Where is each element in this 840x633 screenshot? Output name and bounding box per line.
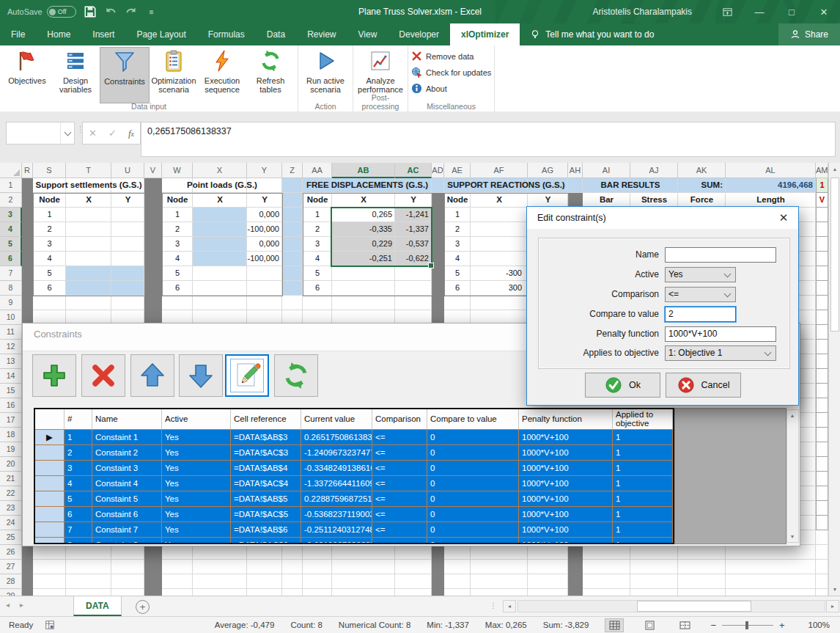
cell-W28[interactable] (162, 574, 193, 589)
cell-AB3[interactable] (332, 208, 395, 222)
maximize-button[interactable]: □ (775, 0, 808, 23)
cell-AL2[interactable] (726, 193, 816, 208)
add-sheet-icon[interactable]: + (136, 600, 150, 614)
cell-AA1[interactable] (303, 178, 332, 193)
optimization-scenaria-button[interactable]: Optimization scenaria (150, 47, 198, 102)
scroll-up-icon[interactable]: ▲ (786, 409, 798, 422)
constraints-column-header[interactable]: Compare to value (427, 409, 519, 430)
ok-button[interactable]: Ok (585, 373, 660, 398)
cell-AH1[interactable] (568, 178, 583, 193)
cell-Z26[interactable] (282, 545, 303, 560)
customize-qat-icon[interactable]: ≡ (145, 5, 158, 18)
table-row[interactable]: 2Constaint 2Yes=DATA!$AC$3-1.24096732374… (35, 445, 673, 461)
cell-Z8[interactable] (282, 281, 303, 296)
column-header-AI[interactable]: AI (583, 163, 630, 178)
cell-W3[interactable] (162, 208, 193, 222)
cell-T26[interactable] (66, 545, 111, 560)
cell-AF7[interactable] (471, 266, 528, 281)
cell-R3[interactable] (22, 208, 33, 222)
cell-AF26[interactable] (471, 545, 528, 560)
cell-AF4[interactable] (471, 222, 528, 237)
cell-Z1[interactable] (282, 178, 303, 193)
cell-V27[interactable] (144, 560, 162, 574)
name-box[interactable] (6, 122, 75, 144)
cell-V7[interactable] (144, 266, 162, 281)
cell-AM23[interactable] (816, 501, 828, 516)
zoom-slider[interactable] (722, 625, 773, 626)
cell-AL28[interactable] (726, 574, 816, 589)
cell-Y3[interactable] (247, 208, 282, 222)
cell-AM24[interactable] (816, 516, 828, 530)
horizontal-scroll-thumb[interactable] (637, 601, 751, 612)
column-header-AB[interactable]: AB (332, 163, 395, 178)
cell-AM10[interactable] (816, 310, 828, 325)
row-selector[interactable] (35, 476, 65, 491)
tab-file[interactable]: File (0, 23, 36, 45)
cell-T4[interactable] (66, 222, 111, 237)
cell-V4[interactable] (144, 222, 162, 237)
cell-AF28[interactable] (471, 574, 528, 589)
cell-AA7[interactable] (303, 266, 332, 281)
cell-Y1[interactable] (247, 178, 282, 193)
cell-AM8[interactable] (816, 281, 828, 296)
active-dropdown[interactable]: Yes (665, 267, 736, 282)
cell-U7[interactable] (111, 266, 144, 281)
cell-AA9[interactable] (303, 296, 332, 310)
edit-constraint-button[interactable] (225, 354, 269, 397)
row-header-27[interactable]: 27 (0, 560, 22, 574)
row-header-1[interactable]: 1 (0, 178, 22, 193)
cell-T5[interactable] (66, 237, 111, 252)
name-box-dropdown-icon[interactable] (60, 122, 74, 144)
cell-AC1[interactable] (395, 178, 432, 193)
tell-me-box[interactable]: Tell me what you want to do (520, 23, 664, 45)
sheet-tab-data[interactable]: DATA (73, 596, 122, 616)
cell-V5[interactable] (144, 237, 162, 252)
cell-AD3[interactable] (432, 208, 444, 222)
row-header-26[interactable]: 26 (0, 545, 22, 560)
cell-AJ28[interactable] (630, 574, 678, 589)
vertical-scrollbar[interactable]: ▲ ▼ (828, 163, 840, 596)
cell-S9[interactable] (33, 296, 66, 310)
cell-V8[interactable] (144, 281, 162, 296)
cell-AC8[interactable] (395, 281, 432, 296)
cell-X4[interactable] (193, 222, 247, 237)
cell-Y8[interactable] (247, 281, 282, 296)
cell-AK28[interactable] (678, 574, 726, 589)
autosave-toggle[interactable]: AutoSave Off (7, 6, 76, 18)
cell-AI2[interactable] (583, 193, 630, 208)
move-up-button[interactable] (130, 354, 174, 397)
cell-AM2[interactable] (816, 193, 828, 208)
prev-sheet-icon[interactable]: ◂ (6, 601, 20, 609)
cell-AF6[interactable] (471, 252, 528, 266)
cell-X7[interactable] (193, 266, 247, 281)
row-header-20[interactable]: 20 (0, 457, 22, 472)
cell-AB28[interactable] (332, 574, 395, 589)
cell-R27[interactable] (22, 560, 33, 574)
cell-T27[interactable] (66, 560, 111, 574)
cell-AJ29[interactable] (630, 589, 678, 596)
column-header-AJ[interactable]: AJ (630, 163, 678, 178)
cell-AA5[interactable] (303, 237, 332, 252)
cell-X27[interactable] (193, 560, 247, 574)
cell-AM3[interactable] (816, 208, 828, 222)
cell-AM25[interactable] (816, 530, 828, 545)
cell-AH28[interactable] (568, 574, 583, 589)
cell-S6[interactable] (33, 252, 66, 266)
cell-S8[interactable] (33, 281, 66, 296)
column-header-AD[interactable]: AD (432, 163, 444, 178)
cell-X2[interactable] (193, 193, 247, 208)
cell-W4[interactable] (162, 222, 193, 237)
cell-AA2[interactable] (303, 193, 332, 208)
cell-R9[interactable] (22, 296, 33, 310)
vertical-scroll-thumb[interactable] (830, 178, 839, 332)
ribbon-display-options-icon[interactable] (711, 0, 743, 23)
cell-S5[interactable] (33, 237, 66, 252)
about-button[interactable]: About (411, 82, 491, 95)
row-header-18[interactable]: 18 (0, 428, 22, 442)
cell-S7[interactable] (33, 266, 66, 281)
cell-AM7[interactable] (816, 266, 828, 281)
cell-AK26[interactable] (678, 545, 726, 560)
cell-AE29[interactable] (444, 589, 471, 596)
cell-AD5[interactable] (432, 237, 444, 252)
cell-AG2[interactable] (528, 193, 568, 208)
